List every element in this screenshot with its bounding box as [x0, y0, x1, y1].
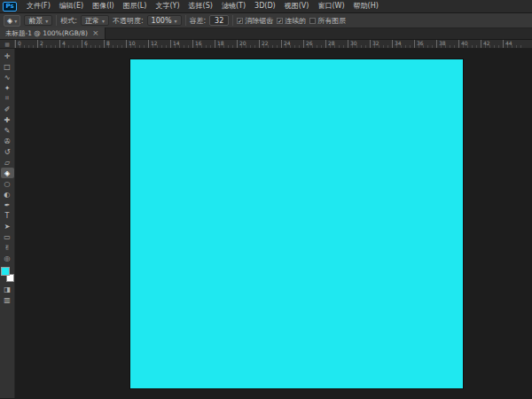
menu-item[interactable]: 图层(L): [119, 0, 152, 12]
ruler-tick: 16: [192, 40, 215, 48]
options-checkboxes: ✓消除锯齿✓连续的所有图层: [237, 16, 349, 26]
healing-brush-tool[interactable]: ✚: [1, 114, 14, 125]
main-area: ✛□∿✦⌗✐✚✎✇↺▱◈○◐✒T➤▭✌◎ ◨▥: [0, 49, 532, 398]
brush-tool[interactable]: ✎: [1, 125, 14, 136]
zoom-tool[interactable]: ◎: [1, 253, 14, 263]
document-title: 未标题-1 @ 100%(RGB/8): [5, 29, 88, 38]
menu-item[interactable]: 视图(V): [280, 0, 314, 12]
eyedropper-tool[interactable]: ✐: [1, 104, 14, 114]
menu-items: 文件(F)编辑(E)图像(I)图层(L)文字(Y)选择(S)滤镜(T)3D(D)…: [22, 0, 383, 12]
ruler-tick: 22: [259, 40, 281, 48]
tool-list-bottom: ◨▥: [1, 284, 14, 305]
chevron-down-icon: ▾: [14, 18, 17, 24]
paint-bucket-icon: ◈: [7, 17, 12, 25]
tolerance-label: 容差:: [190, 16, 207, 26]
ruler-tick: 14: [170, 40, 192, 48]
divider: [185, 15, 186, 26]
foreground-color-swatch[interactable]: [1, 267, 10, 276]
ruler-tick: 34: [392, 40, 414, 48]
checkbox-label: 消除锯齿: [245, 16, 273, 26]
opacity-select[interactable]: 100% ▾: [147, 15, 182, 26]
ruler-tick: 12: [148, 40, 170, 48]
ruler-tick: 32: [370, 40, 392, 48]
ruler-tick: 10: [126, 40, 148, 48]
tolerance-input[interactable]: 32: [209, 15, 229, 26]
quick-selection-tool[interactable]: ✦: [1, 82, 14, 93]
eraser-tool[interactable]: ▱: [1, 157, 14, 168]
menu-item[interactable]: 编辑(E): [55, 0, 88, 12]
ruler-tick: 36: [414, 40, 436, 48]
opacity-value: 100%: [152, 17, 172, 25]
ruler-tick: 0: [15, 40, 37, 48]
crop-tool[interactable]: ⌗: [1, 93, 14, 104]
opacity-label: 不透明度:: [113, 16, 144, 26]
ruler-tick: 42: [481, 40, 503, 48]
option-checkbox[interactable]: ✓连续的: [277, 16, 306, 26]
checkbox-unchecked-icon: [309, 18, 316, 24]
ruler-tick: 44: [503, 40, 525, 48]
ruler-corner-icon: ▩: [0, 40, 15, 48]
ruler-tick: 40: [458, 40, 481, 48]
document-tab[interactable]: 未标题-1 @ 100%(RGB/8) ×: [0, 27, 106, 39]
checkbox-checked-icon: ✓: [277, 18, 283, 24]
app-logo-icon: Ps: [3, 2, 17, 12]
ruler-bar: ▩ 02468101214161820222426283032343638404…: [0, 40, 532, 49]
ruler-tick: 18: [215, 40, 237, 48]
chevron-down-icon: ▾: [45, 18, 48, 24]
hand-tool[interactable]: ✌: [1, 242, 14, 253]
divider: [232, 15, 233, 26]
option-checkbox[interactable]: 所有图层: [309, 16, 346, 26]
close-icon[interactable]: ×: [92, 29, 99, 37]
checkbox-label: 连续的: [285, 16, 306, 26]
menu-item[interactable]: 图像(I): [88, 0, 119, 12]
ruler-tick: 8: [104, 40, 126, 48]
menu-item[interactable]: 滤镜(T): [217, 0, 250, 12]
menu-item[interactable]: 帮助(H): [349, 0, 383, 12]
menu-item[interactable]: 文字(Y): [151, 0, 184, 12]
menu-item[interactable]: 3D(D): [250, 0, 280, 12]
menu-item[interactable]: 选择(S): [184, 0, 217, 12]
canvas[interactable]: [130, 59, 463, 388]
shape-tool[interactable]: ▭: [1, 231, 14, 242]
canvas-area: [15, 49, 532, 398]
divider: [56, 15, 57, 26]
checkbox-checked-icon: ✓: [237, 18, 243, 24]
path-selection-tool[interactable]: ➤: [1, 221, 14, 231]
lasso-tool[interactable]: ∿: [1, 72, 14, 82]
paint-bucket-tool[interactable]: ◈: [1, 168, 14, 178]
menu-item[interactable]: 窗口(W): [313, 0, 348, 12]
ruler-tick: 20: [237, 40, 259, 48]
menu-bar: Ps 文件(F)编辑(E)图像(I)图层(L)文字(Y)选择(S)滤镜(T)3D…: [0, 0, 532, 13]
mode-select[interactable]: 正常 ▾: [81, 15, 109, 26]
move-tool[interactable]: ✛: [1, 51, 14, 61]
ruler-tick: 4: [59, 40, 82, 48]
fill-source-select[interactable]: 前景 ▾: [24, 15, 52, 26]
pen-tool[interactable]: ✒: [1, 200, 14, 210]
option-checkbox[interactable]: ✓消除锯齿: [237, 16, 273, 26]
history-brush-tool[interactable]: ↺: [1, 146, 14, 157]
type-tool[interactable]: T: [1, 210, 14, 221]
clone-stamp-tool[interactable]: ✇: [1, 136, 14, 146]
ruler-tick: 30: [348, 40, 370, 48]
dodge-tool[interactable]: ◐: [1, 189, 14, 200]
checkbox-label: 所有图层: [317, 16, 346, 26]
fill-source-value: 前景: [28, 16, 43, 26]
chevron-down-icon: ▾: [174, 18, 176, 24]
options-bar: ◈ ▾ 前景 ▾ 模式: 正常 ▾ 不透明度: 100% ▾ 容差: 32 ✓消…: [0, 13, 532, 28]
ruler-tick: 28: [325, 40, 348, 48]
menu-item[interactable]: 文件(F): [22, 0, 55, 12]
photoshop-window: Ps 文件(F)编辑(E)图像(I)图层(L)文字(Y)选择(S)滤镜(T)3D…: [0, 0, 532, 398]
rectangular-marquee-tool[interactable]: □: [1, 61, 14, 72]
ruler-tick: 24: [281, 40, 303, 48]
ruler-tick: 6: [82, 40, 104, 48]
mode-value: 正常: [85, 16, 99, 26]
quick-mask-button[interactable]: ◨: [1, 284, 14, 294]
blur-tool[interactable]: ○: [1, 178, 14, 189]
ruler-tick: 2: [37, 40, 59, 48]
ruler-tick: 38: [436, 40, 458, 48]
tool-preset-picker[interactable]: ◈ ▾: [4, 15, 20, 27]
color-swatches: [1, 267, 14, 282]
screen-mode-button[interactable]: ▥: [1, 294, 14, 305]
horizontal-ruler[interactable]: 0246810121416182022242628303234363840424…: [15, 40, 532, 48]
chevron-down-icon: ▾: [102, 18, 105, 24]
